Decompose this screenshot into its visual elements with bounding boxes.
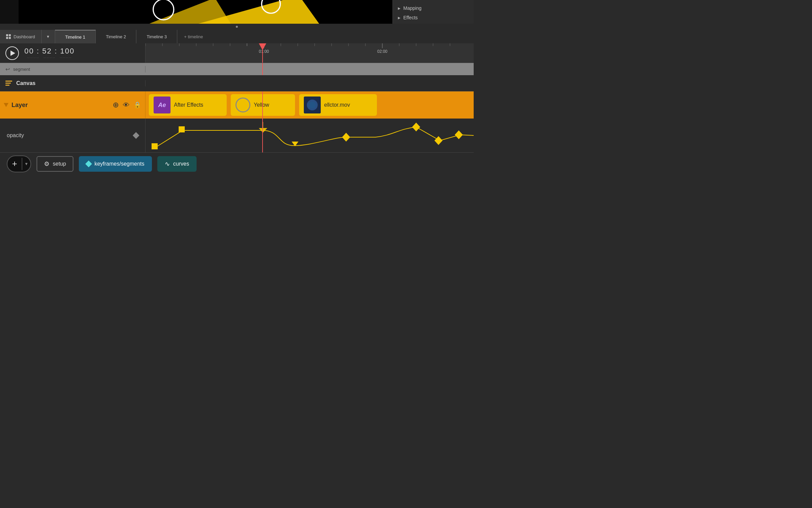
- ae-clip[interactable]: Ae After Effects: [149, 94, 227, 116]
- layer-controls: ⊕ 👁 🔒: [113, 101, 141, 109]
- layer-timeline: Ae After Effects Yellow ellctor.mov: [145, 91, 474, 119]
- curves-label: curves: [173, 161, 189, 167]
- transport-row: 00 : 52 : 100 ⋯⋯⋯⋯ ⋯⋯⋯⋯ ⋯⋯⋯⋯: [0, 43, 474, 63]
- preview-canvas-inner: [19, 0, 392, 24]
- dot: [236, 26, 238, 28]
- lock-icon[interactable]: 🔒: [134, 101, 141, 109]
- canvas-label-area: Canvas: [0, 80, 145, 86]
- layer-name: Layer: [12, 102, 109, 109]
- tab-dashboard-label: Dashboard: [14, 34, 35, 39]
- opacity-label: opacity: [7, 132, 24, 139]
- keyframes-segments-button[interactable]: keyframes/segments: [79, 156, 152, 172]
- playhead-line-layer: [262, 91, 263, 119]
- curves-wave-icon: ∿: [165, 160, 170, 168]
- yellow-clip[interactable]: Yellow: [231, 94, 295, 116]
- ae-clip-label: After Effects: [174, 102, 203, 108]
- mov-clip[interactable]: ellctor.mov: [299, 94, 377, 116]
- timecode-ruler-f: ⋯⋯⋯⋯: [60, 56, 72, 59]
- add-keyframe-icon[interactable]: ⊕: [113, 101, 119, 109]
- keyframe-left: opacity: [0, 119, 145, 152]
- segment-icon: ↩: [5, 66, 10, 72]
- timecode-value: 00 : 52 : 100: [24, 47, 74, 56]
- tab-arrow-dropdown[interactable]: ▼: [42, 30, 55, 43]
- keyframe-curve-area[interactable]: [145, 119, 474, 152]
- svg-point-27: [309, 102, 316, 108]
- setup-label: setup: [53, 161, 66, 167]
- add-dropdown-icon[interactable]: ▼: [22, 162, 30, 166]
- add-icon: +: [7, 158, 22, 169]
- keyframes-label: keyframes/segments: [94, 161, 144, 167]
- dashboard-grid-icon: [6, 34, 11, 39]
- mapping-item[interactable]: ▶ Mapping: [398, 3, 469, 13]
- tab-timeline3[interactable]: Timeline 3: [136, 30, 177, 43]
- timecode-sep2: :: [54, 47, 60, 55]
- effects-label: Effects: [403, 15, 418, 20]
- ruler-svg: 01:00 02:00: [145, 43, 474, 63]
- keyframe-curve-svg: [145, 119, 474, 152]
- canvas-title: Canvas: [16, 80, 36, 86]
- canvas-row: Canvas: [0, 75, 474, 91]
- keyframes-diamond-icon: [85, 161, 92, 167]
- yellow-clip-thumbnail: [235, 98, 250, 112]
- playhead-triangle: [259, 43, 266, 50]
- timecode-f: 100: [60, 47, 75, 55]
- layers-icon: [5, 81, 12, 86]
- svg-text:02:00: 02:00: [377, 49, 387, 54]
- tabs-bar: Dashboard ▼ Timeline 1 Timeline 2 Timeli…: [0, 30, 474, 43]
- timeline-ruler[interactable]: 01:00 02:00: [145, 43, 474, 63]
- ae-clip-thumbnail: Ae: [154, 97, 171, 113]
- tab-timeline1-label: Timeline 1: [65, 35, 85, 40]
- tab-timeline1[interactable]: Timeline 1: [55, 30, 96, 43]
- effects-arrow-icon: ▶: [398, 16, 401, 20]
- segment-label-area: ↩ segment: [0, 66, 145, 72]
- layer-left: Layer ⊕ 👁 🔒: [0, 91, 145, 119]
- transport-controls: 00 : 52 : 100 ⋯⋯⋯⋯ ⋯⋯⋯⋯ ⋯⋯⋯⋯: [0, 43, 145, 63]
- svg-marker-35: [434, 136, 443, 145]
- preview-canvas: [0, 0, 392, 24]
- mov-clip-label: ellctor.mov: [324, 102, 350, 108]
- layer-expand-button[interactable]: [4, 103, 8, 107]
- timecode-sep1: :: [37, 47, 42, 55]
- timecode-ruler: ⋯⋯⋯⋯ ⋯⋯⋯⋯ ⋯⋯⋯⋯: [27, 56, 72, 59]
- segment-label: segment: [13, 67, 30, 72]
- mapping-label: Mapping: [403, 5, 422, 11]
- tab-timeline3-label: Timeline 3: [146, 34, 166, 39]
- bottom-toolbar: + ▼ ⚙ setup keyframes/segments ∿ curves: [0, 152, 474, 175]
- mapping-arrow-icon: ▶: [398, 6, 401, 10]
- timecode-ruler-h: ⋯⋯⋯⋯: [27, 56, 39, 59]
- tab-timeline2[interactable]: Timeline 2: [96, 30, 136, 43]
- setup-button[interactable]: ⚙ setup: [37, 156, 73, 172]
- mov-clip-thumbnail: [304, 97, 321, 113]
- svg-marker-36: [455, 130, 463, 139]
- effects-item[interactable]: ▶ Effects: [398, 13, 469, 22]
- segment-row: ↩ segment: [0, 63, 474, 75]
- yellow-clip-label: Yellow: [254, 102, 269, 108]
- play-button[interactable]: [5, 46, 19, 60]
- svg-rect-29: [179, 126, 185, 132]
- svg-rect-28: [152, 143, 158, 149]
- timecode-h: 00: [24, 47, 34, 55]
- tab-timeline2-label: Timeline 2: [106, 34, 126, 39]
- curves-button[interactable]: ∿ curves: [157, 156, 197, 172]
- timecode-display: 00 : 52 : 100 ⋯⋯⋯⋯ ⋯⋯⋯⋯ ⋯⋯⋯⋯: [24, 47, 74, 59]
- timecode-m: 52: [42, 47, 52, 55]
- tab-dashboard[interactable]: Dashboard: [0, 30, 42, 43]
- playhead-line-segment: [262, 63, 263, 75]
- playhead[interactable]: [262, 43, 263, 63]
- tab-arrow-icon: ▼: [46, 35, 50, 39]
- preview-area: ▶ Mapping ▶ Effects: [0, 0, 474, 24]
- segment-timeline: [145, 63, 474, 75]
- layer-row: Layer ⊕ 👁 🔒 Ae After Effects Yellow: [0, 91, 474, 119]
- playhead-line-keyframe: [262, 119, 263, 152]
- svg-marker-34: [412, 123, 420, 131]
- timecode-ruler-m: ⋯⋯⋯⋯: [43, 56, 55, 59]
- visibility-icon[interactable]: 👁: [123, 101, 130, 109]
- tab-add-label: + timeline: [184, 34, 203, 39]
- gear-icon: ⚙: [44, 160, 49, 168]
- keyframe-diamond-button[interactable]: [133, 132, 139, 139]
- svg-marker-32: [342, 133, 350, 142]
- add-layer-button[interactable]: + ▼: [7, 155, 31, 172]
- right-panel-top: ▶ Mapping ▶ Effects: [392, 0, 474, 24]
- tab-add-timeline[interactable]: + timeline: [177, 30, 210, 43]
- keyframe-row: opacity: [0, 119, 474, 152]
